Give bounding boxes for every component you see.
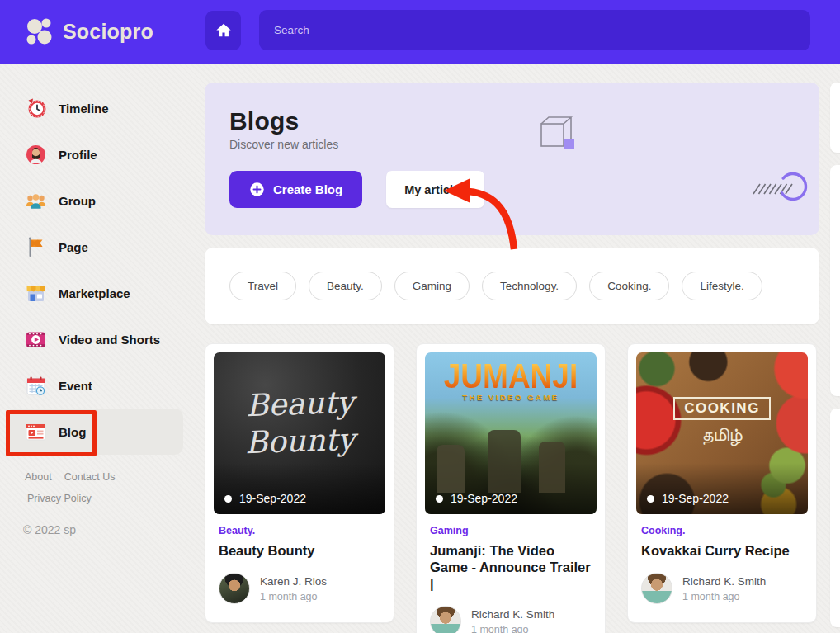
bullet-dot-icon xyxy=(224,495,232,503)
sidebar-item-icon xyxy=(25,328,47,351)
home-icon xyxy=(215,21,233,40)
image-caption: Beauty Bounty xyxy=(214,352,385,514)
sidebar-item-icon xyxy=(25,282,47,305)
sidebar: Timeline Profile Group Page Marketplace … xyxy=(0,64,205,633)
home-button[interactable] xyxy=(205,11,241,50)
publish-date: 19-Sep-2022 xyxy=(224,492,306,505)
copyright-text: © 2022 sp xyxy=(23,523,205,536)
category-pill[interactable]: Cooking. xyxy=(589,272,669,300)
sidebar-nav: Timeline Profile Group Page Marketplace … xyxy=(0,64,205,455)
blog-card[interactable]: Beauty Bounty 19-Sep-2022 Beauty. Beauty… xyxy=(205,343,394,623)
author-avatar[interactable] xyxy=(430,606,461,633)
sidebar-item[interactable]: Page xyxy=(7,224,183,270)
blog-card-image[interactable]: Beauty Bounty 19-Sep-2022 xyxy=(214,352,385,514)
sidebar-item-icon xyxy=(25,375,47,397)
sociopro-logo-icon xyxy=(23,16,56,49)
sidebar-item-label: Group xyxy=(59,194,96,208)
sidebar-item[interactable]: Profile xyxy=(7,131,183,177)
search-input[interactable] xyxy=(259,24,810,36)
author-row: Richard K. Smith 1 month ago xyxy=(430,606,597,633)
search-bar xyxy=(259,10,810,50)
clipped-panel-edge xyxy=(830,409,840,627)
blog-card-image[interactable]: COOKING தமிழ் 19-Sep-2022 xyxy=(636,352,808,514)
author-row: Richard K. Smith 1 month ago xyxy=(641,573,808,604)
category-pill[interactable]: Lifestyle. xyxy=(682,272,762,300)
post-age: 1 month ago xyxy=(260,591,327,602)
sidebar-item-label: Profile xyxy=(59,148,97,162)
about-link[interactable]: About xyxy=(25,471,52,483)
sidebar-item-label: Event xyxy=(59,379,92,393)
sidebar-item-icon xyxy=(25,190,47,212)
image-caption: COOKING தமிழ் xyxy=(636,352,808,514)
sidebar-item[interactable]: Event xyxy=(7,362,183,409)
publish-date: 19-Sep-2022 xyxy=(436,492,517,505)
post-age: 1 month ago xyxy=(682,591,766,602)
sidebar-footer: About Contact Us Privacy Policy © 2022 s… xyxy=(25,471,205,536)
my-articles-button[interactable]: My articles xyxy=(386,171,484,208)
bullet-dot-icon xyxy=(647,495,654,503)
sidebar-item-icon xyxy=(25,97,47,120)
sidebar-item-label: Blog xyxy=(59,425,86,439)
bullet-dot-icon xyxy=(436,495,443,503)
category-filter-bar: TravelBeauty.GamingTechnology.Cooking.Li… xyxy=(205,248,819,324)
blog-card[interactable]: JUMANJI THE VIDEO GAME 19-Sep-2022 Gamin… xyxy=(416,343,606,633)
swirl-decoration xyxy=(752,167,811,210)
blog-title-link[interactable]: Jumanji: The Video Game - Announce Trail… xyxy=(430,542,592,592)
sidebar-item[interactable]: Marketplace xyxy=(7,270,183,316)
plus-circle-icon xyxy=(249,182,265,197)
clipped-panel-edge xyxy=(830,83,840,153)
author-avatar[interactable] xyxy=(219,573,250,604)
blog-category-link[interactable]: Cooking. xyxy=(641,525,808,536)
contact-us-link[interactable]: Contact Us xyxy=(64,471,116,483)
blog-card-image[interactable]: JUMANJI THE VIDEO GAME 19-Sep-2022 xyxy=(425,352,597,514)
create-blog-button[interactable]: Create Blog xyxy=(229,171,362,208)
sidebar-item-label: Timeline xyxy=(59,102,109,116)
sidebar-item-label: Page xyxy=(59,240,88,254)
brand-name: Sociopro xyxy=(63,20,153,44)
sidebar-item-icon xyxy=(25,144,47,166)
category-pill[interactable]: Travel xyxy=(229,272,296,300)
image-caption: JUMANJI THE VIDEO GAME xyxy=(425,352,597,514)
blog-category-link[interactable]: Gaming xyxy=(430,525,597,536)
author-avatar[interactable] xyxy=(641,573,672,604)
page-title: Blogs xyxy=(229,107,795,135)
publish-date: 19-Sep-2022 xyxy=(647,492,729,505)
top-nav-bar: Sociopro xyxy=(0,0,840,64)
page-subtitle: Discover new articles xyxy=(229,138,795,151)
category-pill[interactable]: Gaming xyxy=(394,272,470,300)
blog-card[interactable]: COOKING தமிழ் 19-Sep-2022 Cooking. Kovak… xyxy=(627,343,817,623)
sidebar-item[interactable]: Video and Shorts xyxy=(7,316,183,362)
sidebar-item[interactable]: Timeline xyxy=(7,85,183,131)
privacy-policy-link[interactable]: Privacy Policy xyxy=(27,493,92,504)
category-pill[interactable]: Technology. xyxy=(482,272,577,300)
blog-category-link[interactable]: Beauty. xyxy=(219,525,385,536)
clipped-panel-edge xyxy=(830,165,840,396)
author-row: Karen J. Rios 1 month ago xyxy=(219,573,385,604)
sidebar-item-icon xyxy=(25,236,47,258)
author-name[interactable]: Richard K. Smith xyxy=(682,575,766,588)
author-name[interactable]: Richard K. Smith xyxy=(471,608,554,621)
author-name[interactable]: Karen J. Rios xyxy=(260,575,327,588)
category-pill[interactable]: Beauty. xyxy=(309,272,382,300)
brand[interactable]: Sociopro xyxy=(23,16,188,49)
main-content: Blogs Discover new articles Create Blog … xyxy=(205,83,819,633)
blog-title-link[interactable]: Beauty Bounty xyxy=(219,542,380,559)
cube-decoration-icon xyxy=(535,114,581,158)
post-age: 1 month ago xyxy=(471,624,554,633)
blog-title-link[interactable]: Kovakkai Curry Recipe xyxy=(641,542,803,559)
sidebar-item-label: Video and Shorts xyxy=(59,333,160,347)
blog-cards-grid: Beauty Bounty 19-Sep-2022 Beauty. Beauty… xyxy=(205,343,819,633)
create-blog-label: Create Blog xyxy=(273,182,342,196)
blogs-hero-banner: Blogs Discover new articles Create Blog … xyxy=(205,83,819,235)
sidebar-item-icon xyxy=(25,421,47,443)
sidebar-item[interactable]: Blog xyxy=(7,409,183,455)
sidebar-item[interactable]: Group xyxy=(7,177,183,224)
sidebar-item-label: Marketplace xyxy=(59,286,130,300)
